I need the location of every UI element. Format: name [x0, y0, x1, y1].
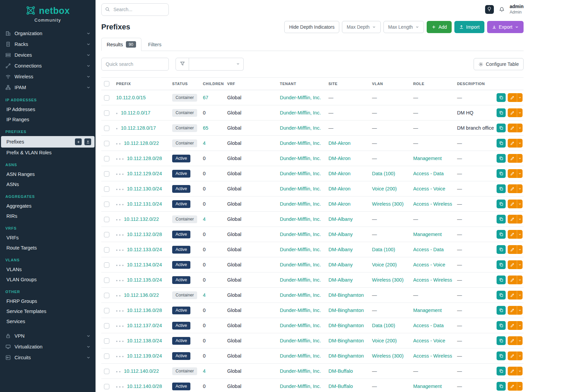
site-link[interactable]: DM-Albany — [328, 216, 353, 222]
edit-button[interactable] — [508, 291, 517, 299]
copy-button[interactable] — [497, 336, 506, 345]
row-checkbox[interactable] — [104, 369, 109, 374]
prefix-link[interactable]: 10.112.131.0/24 — [127, 201, 162, 207]
column-header-vrf[interactable]: VRF — [224, 78, 277, 90]
tenant-link[interactable]: Dunder-Mifflin, Inc. — [280, 216, 321, 222]
prefix-link[interactable]: 10.112.139.0/24 — [127, 353, 162, 359]
quick-search-input[interactable] — [101, 58, 169, 71]
edit-dropdown-button[interactable] — [517, 200, 523, 208]
sidebar-item-connections[interactable]: Connections — [0, 60, 96, 71]
tenant-link[interactable]: Dunder-Mifflin, Inc. — [280, 262, 321, 267]
edit-dropdown-button[interactable] — [517, 351, 523, 360]
vlan-link[interactable]: Data (100) — [372, 171, 395, 176]
prefix-link[interactable]: 10.112.128.0/28 — [127, 156, 162, 161]
prefix-link[interactable]: 10.112.138.0/24 — [127, 338, 162, 343]
edit-button[interactable] — [508, 367, 517, 375]
copy-button[interactable] — [497, 351, 506, 360]
edit-dropdown-button[interactable] — [517, 108, 523, 117]
children-count-link[interactable]: 67 — [203, 95, 208, 100]
copy-button[interactable] — [497, 306, 506, 315]
site-link[interactable]: DM-Akron — [328, 140, 350, 146]
vlan-link[interactable]: Data (100) — [372, 323, 395, 328]
row-checkbox[interactable] — [104, 354, 109, 359]
tab-filters[interactable]: Filters — [143, 38, 167, 51]
sidebar-item-ip-addresses[interactable]: IP Addresses — [1, 104, 95, 114]
sidebar-item-asn-ranges[interactable]: ASN Ranges — [1, 169, 95, 179]
edit-button[interactable] — [508, 245, 517, 254]
prefix-link[interactable]: 10.112.133.0/24 — [127, 247, 162, 252]
site-link[interactable]: DM-Albany — [328, 247, 353, 252]
edit-button[interactable] — [508, 215, 517, 224]
edit-dropdown-button[interactable] — [517, 169, 523, 178]
tenant-link[interactable]: Dunder-Mifflin, Inc. — [280, 353, 321, 359]
column-header-status[interactable]: STATUS — [169, 78, 200, 90]
prefix-link[interactable]: 10.112.140.0/28 — [127, 384, 162, 389]
sidebar-item-vpn[interactable]: VPN — [0, 331, 96, 341]
row-checkbox[interactable] — [104, 156, 109, 161]
site-link[interactable]: DM-Akron — [328, 186, 350, 191]
global-search-input[interactable] — [101, 3, 169, 16]
site-link[interactable]: DM-Akron — [328, 156, 350, 161]
row-checkbox[interactable] — [104, 126, 109, 131]
edit-dropdown-button[interactable] — [517, 124, 523, 132]
copy-button[interactable] — [497, 276, 506, 284]
tenant-link[interactable]: Dunder-Mifflin, Inc. — [280, 125, 321, 131]
copy-button[interactable] — [497, 139, 506, 148]
vlan-link[interactable]: Wireless (300) — [372, 353, 403, 359]
prefix-link[interactable]: 10.112.137.0/24 — [127, 323, 162, 328]
sidebar-item-vlans[interactable]: VLANs — [1, 264, 95, 275]
tenant-link[interactable]: Dunder-Mifflin, Inc. — [280, 277, 321, 283]
sidebar-item-prefixes[interactable]: Prefixes — [1, 136, 95, 148]
vlan-link[interactable]: Wireless (300) — [372, 277, 403, 283]
vlan-link[interactable]: Wireless (300) — [372, 201, 403, 207]
prefix-link[interactable]: 10.112.0.0/15 — [116, 95, 146, 100]
edit-button[interactable] — [508, 306, 517, 315]
row-checkbox[interactable] — [104, 217, 109, 222]
export-button[interactable]: Export — [487, 21, 524, 33]
prefix-link[interactable]: 10.112.129.0/24 — [127, 171, 162, 176]
edit-button[interactable] — [508, 184, 517, 193]
prefix-link[interactable]: 10.112.140.0/22 — [124, 368, 159, 374]
copy-button[interactable] — [497, 382, 506, 391]
select-all-checkbox[interactable] — [104, 81, 109, 86]
children-count-link[interactable]: 65 — [203, 125, 208, 131]
children-count-link[interactable]: 4 — [203, 368, 206, 374]
column-header-description[interactable]: DESCRIPTION — [454, 78, 494, 90]
edit-button[interactable] — [508, 139, 517, 148]
netbox-logo[interactable]: netbox Community — [0, 4, 96, 28]
row-checkbox[interactable] — [104, 95, 109, 101]
sidebar-item-devices[interactable]: Devices — [0, 50, 96, 60]
copy-button[interactable] — [497, 260, 506, 269]
filter-button[interactable] — [176, 58, 189, 71]
user-menu[interactable]: admin Admin — [510, 4, 524, 15]
prefix-link[interactable]: 10.112.0.0/17 — [121, 110, 151, 115]
tenant-link[interactable]: Dunder-Mifflin, Inc. — [280, 156, 321, 161]
edit-dropdown-button[interactable] — [517, 336, 523, 345]
edit-dropdown-button[interactable] — [517, 382, 523, 391]
prefix-link[interactable]: 10.112.132.0/22 — [124, 216, 159, 222]
site-link[interactable]: DM-Binghamton — [328, 338, 364, 343]
site-link[interactable]: DM-Buffalo — [328, 368, 353, 374]
site-link[interactable]: DM-Buffalo — [328, 384, 353, 389]
sidebar-item-virtualization[interactable]: Virtualization — [0, 341, 96, 352]
sidebar-item-prefix-vlan-roles[interactable]: Prefix & VLAN Roles — [1, 148, 95, 158]
role-link[interactable]: Access - Voice — [413, 338, 445, 343]
prefix-link[interactable]: 10.112.136.0/22 — [124, 292, 159, 298]
role-link[interactable]: Access - Wireless — [413, 353, 452, 359]
prefix-link[interactable]: 10.112.134.0/24 — [127, 262, 162, 267]
site-link[interactable]: DM-Binghamton — [328, 353, 364, 359]
copy-button[interactable] — [497, 93, 506, 102]
sidebar-item-organization[interactable]: Organization — [0, 28, 96, 39]
saved-filter-select[interactable] — [189, 58, 244, 71]
tenant-link[interactable]: Dunder-Mifflin, Inc. — [280, 308, 321, 313]
site-link[interactable]: DM-Albany — [328, 277, 353, 283]
edit-dropdown-button[interactable] — [517, 306, 523, 315]
tenant-link[interactable]: Dunder-Mifflin, Inc. — [280, 368, 321, 374]
children-count-link[interactable]: 4 — [203, 140, 206, 146]
edit-button[interactable] — [508, 321, 517, 330]
tenant-link[interactable]: Dunder-Mifflin, Inc. — [280, 338, 321, 343]
row-checkbox[interactable] — [104, 232, 109, 237]
role-link[interactable]: Management — [413, 384, 442, 389]
role-link[interactable]: Access - Data — [413, 247, 444, 252]
row-checkbox[interactable] — [104, 202, 109, 207]
